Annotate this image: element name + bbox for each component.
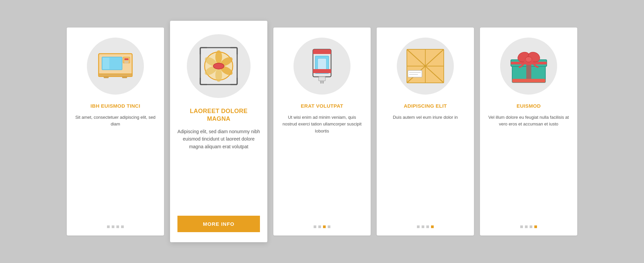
card-3-title: ERAT VOLUTPAT bbox=[301, 103, 343, 109]
dot-1-4 bbox=[121, 225, 124, 228]
more-info-button[interactable]: MORE INFO bbox=[177, 216, 260, 232]
dot-1-3 bbox=[116, 225, 119, 228]
svg-point-12 bbox=[215, 50, 222, 64]
card-4-desc: Duis autem vel eum iriure dolor in bbox=[393, 114, 458, 218]
card-1-desc: Sit amet, consectetuer adipiscing elit, … bbox=[74, 114, 157, 218]
card-3-dots bbox=[314, 225, 330, 228]
dot-3-1 bbox=[314, 225, 316, 228]
dot-1-1 bbox=[107, 225, 110, 228]
svg-rect-33 bbox=[319, 77, 325, 81]
icon-circle-5 bbox=[500, 38, 557, 95]
dot-3-4 bbox=[328, 225, 330, 228]
card-2-title: LAOREET DOLORE MAGNA bbox=[177, 107, 260, 123]
card-4-dots bbox=[417, 225, 434, 228]
svg-rect-9 bbox=[122, 76, 127, 78]
dot-3-3 bbox=[323, 225, 326, 228]
svg-point-18 bbox=[213, 63, 224, 69]
card-3-desc: Ut wisi enim ad minim veniam, quis nostr… bbox=[281, 114, 363, 218]
gift-icon bbox=[509, 48, 548, 85]
svg-rect-52 bbox=[512, 79, 545, 83]
card-2-desc: Adipiscing elit, sed diam nonummy nibh e… bbox=[177, 128, 260, 208]
computer-icon bbox=[97, 51, 134, 81]
svg-rect-35 bbox=[322, 81, 324, 84]
svg-rect-5 bbox=[124, 61, 128, 62]
svg-point-15 bbox=[215, 68, 222, 82]
svg-rect-4 bbox=[124, 58, 128, 60]
ac-unit-icon bbox=[197, 44, 240, 88]
dot-4-2 bbox=[422, 225, 424, 228]
dot-5-1 bbox=[520, 225, 523, 228]
card-1-title: IBH EUISMOD TINCI bbox=[91, 103, 140, 109]
card-5-desc: Vel illum dolore eu feugiat nulla facili… bbox=[487, 114, 570, 218]
svg-rect-29 bbox=[313, 52, 331, 54]
dot-3-2 bbox=[318, 225, 321, 228]
dot-5-3 bbox=[530, 225, 532, 228]
svg-rect-7 bbox=[99, 74, 132, 76]
card-1: IBH EUISMOD TINCI Sit amet, consectetuer… bbox=[67, 28, 164, 235]
card-2: LAOREET DOLORE MAGNA Adipiscing elit, se… bbox=[170, 21, 267, 242]
svg-rect-2 bbox=[103, 58, 109, 69]
icon-circle-3 bbox=[293, 38, 351, 95]
dot-1-2 bbox=[112, 225, 114, 228]
dot-4-4 bbox=[431, 225, 434, 228]
card-4: ADIPISCING ELIT Duis autem vel eum iriur… bbox=[377, 28, 474, 235]
phone-charger-icon bbox=[307, 48, 337, 85]
card-1-dots bbox=[107, 225, 124, 228]
svg-rect-41 bbox=[408, 70, 422, 77]
svg-rect-8 bbox=[104, 76, 109, 78]
dot-4-3 bbox=[426, 225, 429, 228]
svg-point-50 bbox=[525, 57, 532, 62]
card-4-title: ADIPISCING ELIT bbox=[404, 103, 447, 109]
svg-rect-34 bbox=[320, 81, 322, 84]
cards-container: IBH EUISMOD TINCI Sit amet, consectetuer… bbox=[47, 14, 597, 249]
card-3: ERAT VOLUTPAT Ut wisi enim ad minim veni… bbox=[273, 28, 371, 235]
svg-rect-6 bbox=[124, 62, 128, 63]
dot-4-1 bbox=[417, 225, 420, 228]
icon-circle-2 bbox=[187, 34, 251, 98]
icon-circle-1 bbox=[87, 38, 144, 95]
package-icon bbox=[405, 48, 445, 85]
dot-5-2 bbox=[525, 225, 528, 228]
card-5: EUISMOD Vel illum dolore eu feugiat null… bbox=[480, 28, 577, 235]
dot-5-4 bbox=[534, 225, 537, 228]
card-5-dots bbox=[520, 225, 537, 228]
svg-rect-32 bbox=[313, 69, 331, 73]
icon-circle-4 bbox=[397, 38, 454, 95]
card-5-title: EUISMOD bbox=[517, 103, 541, 109]
